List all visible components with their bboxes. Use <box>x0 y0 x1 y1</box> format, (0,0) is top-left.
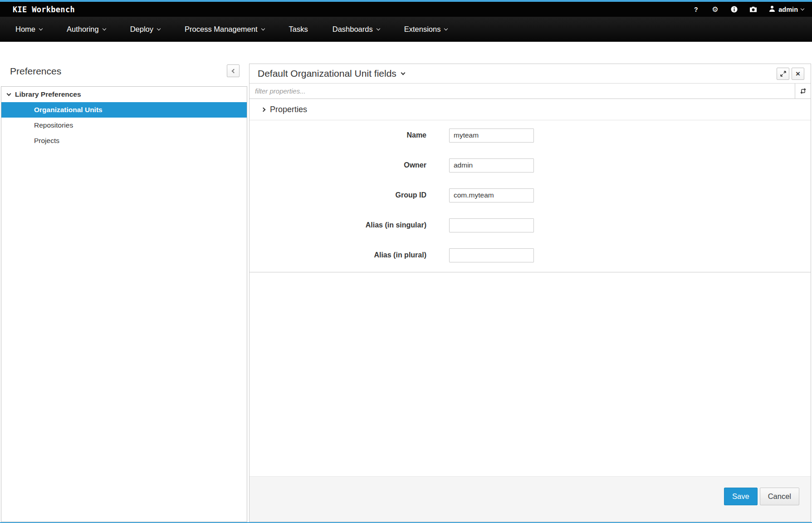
form-row-owner: Owner <box>249 157 811 174</box>
nav-item-extensions[interactable]: Extensions <box>404 25 448 34</box>
name-field[interactable] <box>449 128 534 143</box>
nav-item-dashboards[interactable]: Dashboards <box>333 25 380 34</box>
expand-icon <box>780 71 786 77</box>
form-row-alias-plural: Alias (in plural) <box>249 247 811 264</box>
editor-title-dropdown[interactable]: Default Organizational Unit fields <box>258 68 405 79</box>
group-id-label: Group ID <box>249 191 426 199</box>
chevron-down-icon <box>102 26 106 30</box>
tree-item-organizational-units[interactable]: Organizational Units <box>1 102 247 118</box>
user-menu[interactable]: admin <box>769 5 804 13</box>
editor-panel: Default Organizational Unit fields × <box>249 64 811 522</box>
refresh-button[interactable] <box>795 84 811 99</box>
name-label: Name <box>249 131 426 139</box>
help-icon[interactable]: ? <box>692 6 699 13</box>
tree-root-label: Library Preferences <box>15 90 81 99</box>
chevron-right-icon <box>261 107 266 112</box>
camera-icon[interactable] <box>749 6 757 12</box>
collapse-panel-button[interactable] <box>227 64 240 77</box>
editor-window-buttons: × <box>777 68 804 80</box>
preferences-tree: Library Preferences Organizational Units… <box>1 86 247 522</box>
tree-item-projects[interactable]: Projects <box>1 133 247 148</box>
filter-input[interactable] <box>249 84 795 99</box>
owner-field[interactable] <box>449 158 534 173</box>
user-icon <box>769 5 775 13</box>
chevron-down-icon <box>39 26 43 30</box>
editor-body-spacer <box>249 272 811 476</box>
chevron-down-icon <box>157 26 161 30</box>
nav-item-process-management[interactable]: Process Management <box>185 25 264 34</box>
main-nav: Home Authoring Deploy Process Management… <box>0 17 812 42</box>
swap-arrows-icon <box>800 88 807 94</box>
close-button[interactable]: × <box>792 68 804 80</box>
app-logo[interactable]: KIE Workbench <box>13 5 75 14</box>
page: KIE Workbench ? ⚙ admin Home Authoring <box>0 0 812 523</box>
alias-plural-label: Alias (in plural) <box>249 251 426 259</box>
nav-item-home[interactable]: Home <box>15 25 42 34</box>
alias-singular-field[interactable] <box>449 218 534 232</box>
preferences-panel-header: Preferences <box>1 64 247 86</box>
group-id-field[interactable] <box>449 188 534 202</box>
properties-section-toggle[interactable]: Properties <box>249 99 811 120</box>
cancel-button[interactable]: Cancel <box>760 488 799 505</box>
chevron-down-icon <box>261 26 264 30</box>
alias-singular-label: Alias (in singular) <box>249 221 426 229</box>
owner-label: Owner <box>249 161 426 169</box>
content-area: Preferences Library Preferences Organiza… <box>0 42 812 523</box>
topbar-actions: ? ⚙ admin <box>692 5 804 13</box>
chevron-down-icon <box>7 92 11 96</box>
editor-title: Default Organizational Unit fields <box>258 68 396 79</box>
maximize-button[interactable] <box>777 68 789 80</box>
close-icon: × <box>796 70 800 78</box>
alias-plural-field[interactable] <box>449 248 534 262</box>
tree-item-repositories[interactable]: Repositories <box>1 118 247 133</box>
gear-icon[interactable]: ⚙ <box>711 6 719 13</box>
chevron-down-icon <box>376 26 380 30</box>
nav-item-deploy[interactable]: Deploy <box>130 25 160 34</box>
user-name: admin <box>778 6 798 13</box>
chevron-left-icon <box>232 69 236 73</box>
nav-item-tasks[interactable]: Tasks <box>289 25 308 34</box>
chevron-down-icon <box>401 70 405 75</box>
form-row-name: Name <box>249 127 811 144</box>
preferences-title: Preferences <box>10 64 61 78</box>
topbar: KIE Workbench ? ⚙ admin <box>0 2 812 17</box>
properties-section-label: Properties <box>270 105 307 114</box>
editor-header: Default Organizational Unit fields × <box>249 64 811 84</box>
form-row-alias-singular: Alias (in singular) <box>249 217 811 234</box>
preferences-panel: Preferences Library Preferences Organiza… <box>1 64 247 522</box>
nav-item-authoring[interactable]: Authoring <box>67 25 106 34</box>
chevron-down-icon <box>801 6 804 10</box>
filter-bar <box>249 84 811 99</box>
chevron-down-icon <box>444 26 448 30</box>
tree-item-library-preferences[interactable]: Library Preferences <box>1 87 247 102</box>
editor-footer: Save Cancel <box>249 476 811 522</box>
info-icon[interactable] <box>730 6 738 13</box>
form-row-group-id: Group ID <box>249 187 811 204</box>
properties-form: Name Owner Group ID Alias (in singular) … <box>249 120 811 272</box>
save-button[interactable]: Save <box>724 488 758 505</box>
